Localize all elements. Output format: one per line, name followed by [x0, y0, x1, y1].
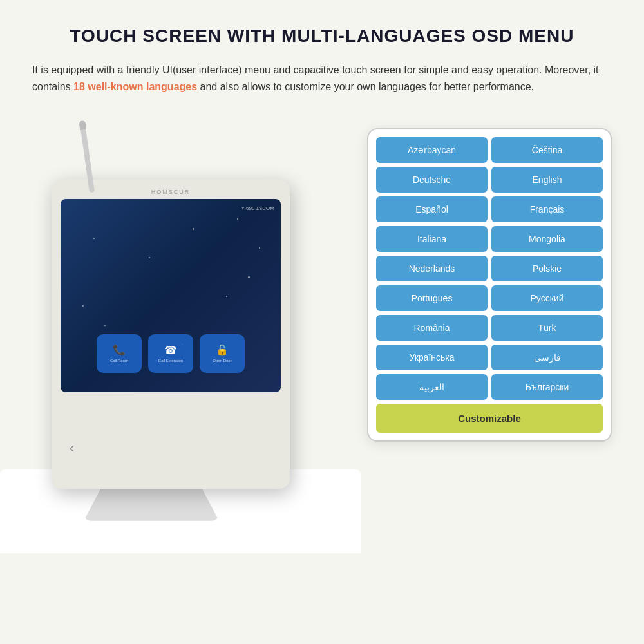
call-ext-icon: ☎: [164, 344, 177, 356]
lang-turk[interactable]: Türk: [491, 315, 603, 341]
lang-portugues[interactable]: Portugues: [376, 285, 488, 311]
lang-english[interactable]: English: [491, 167, 603, 193]
device-chevron[interactable]: ‹: [70, 440, 74, 457]
call-room-icon: 📞: [113, 344, 126, 356]
lang-cestina[interactable]: Čeština: [491, 137, 603, 163]
description-highlight: 18 well-known languages: [73, 81, 197, 92]
device-body: HOMSCUR: [52, 180, 290, 489]
lang-espanol[interactable]: Español: [376, 196, 488, 222]
device-screen[interactable]: Y 690 1SCOM 📞 Call Room ☎ Call Extension: [61, 199, 281, 392]
lang-polskie[interactable]: Polskie: [491, 256, 603, 281]
antenna: [80, 128, 95, 193]
lang-bulgarian[interactable]: Български: [491, 374, 603, 400]
lang-nederlands[interactable]: Nederlands: [376, 256, 488, 281]
call-ext-label: Call Extension: [158, 359, 183, 363]
lang-ukrainian[interactable]: Українська: [376, 345, 488, 370]
description: It is equipped with a friendly UI(user i…: [32, 62, 612, 96]
language-grid: Azərbaycan Čeština Deutsche English Espa…: [376, 137, 603, 400]
screen-status: Y 690 1SCOM: [242, 205, 274, 211]
lang-azerbaycan[interactable]: Azərbaycan: [376, 137, 488, 163]
screen-btn-open-door[interactable]: 🔓 Open Door: [200, 334, 245, 373]
screen-buttons: 📞 Call Room ☎ Call Extension 🔓 Open Door: [97, 334, 245, 373]
open-door-icon: 🔓: [216, 344, 229, 356]
lang-italiana[interactable]: Italiana: [376, 226, 488, 252]
screen-btn-call-ext[interactable]: ☎ Call Extension: [148, 334, 193, 373]
screen-btn-call-room[interactable]: 📞 Call Room: [97, 334, 142, 373]
description-part2: and also allows to customize your own la…: [197, 81, 534, 92]
page-title: TOUCH SCREEN WITH MULTI-LANGUAGES OSD ME…: [32, 26, 612, 46]
lang-russian[interactable]: Русский: [491, 285, 603, 311]
lang-deutsche[interactable]: Deutsche: [376, 167, 488, 193]
lang-arabic[interactable]: العربية: [376, 374, 488, 400]
main-content: HOMSCUR: [32, 115, 612, 553]
lang-mongolia[interactable]: Mongolia: [491, 226, 603, 252]
page-container: TOUCH SCREEN WITH MULTI-LANGUAGES OSD ME…: [0, 0, 644, 644]
open-door-label: Open Door: [213, 359, 231, 363]
device-area: HOMSCUR: [32, 115, 367, 553]
lang-customizable[interactable]: Customizable: [376, 404, 603, 433]
language-panel: Azərbaycan Čeština Deutsche English Espa…: [367, 128, 612, 442]
device-brand: HOMSCUR: [151, 189, 191, 195]
call-room-label: Call Room: [110, 359, 128, 363]
lang-francais[interactable]: Français: [491, 196, 603, 222]
lang-romania[interactable]: România: [376, 315, 488, 341]
lang-farsi[interactable]: فارسی: [491, 345, 603, 370]
